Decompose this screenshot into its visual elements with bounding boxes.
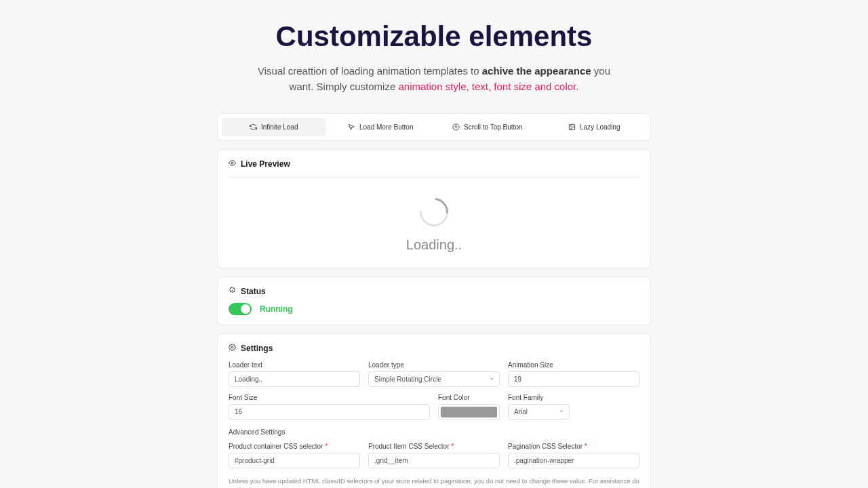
arrow-up-icon bbox=[452, 123, 460, 131]
font-color-picker[interactable] bbox=[438, 404, 500, 420]
animation-size-input[interactable] bbox=[508, 371, 639, 387]
tabs-bar: Infinite Load Load More Button Scroll to… bbox=[217, 113, 651, 141]
label: Loader type bbox=[368, 361, 500, 369]
panel-live-preview: Live Preview Loading.. bbox=[217, 149, 651, 268]
preview-area: Loading.. bbox=[229, 186, 639, 258]
tab-label: Load More Button bbox=[359, 123, 414, 131]
color-swatch bbox=[441, 407, 497, 418]
subtitle-accent: animation style, text, font size and col… bbox=[398, 81, 578, 92]
label: Product container CSS selector * bbox=[229, 443, 360, 450]
check-badge-icon bbox=[229, 287, 236, 296]
field-font-color: Font Color bbox=[438, 394, 500, 420]
refresh-icon bbox=[250, 123, 257, 131]
field-product-item-selector: Product Item CSS Selector * bbox=[368, 443, 500, 468]
tab-lazy-loading[interactable]: Lazy Loading bbox=[542, 118, 647, 136]
field-font-size: Font Size bbox=[229, 394, 430, 420]
panel-status: Status Running bbox=[217, 277, 651, 325]
tab-label: Scroll to Top Button bbox=[464, 123, 523, 131]
status-value: Running bbox=[260, 304, 293, 314]
preview-loading-text: Loading.. bbox=[406, 237, 462, 253]
section-title: Settings bbox=[241, 344, 273, 353]
tab-infinite-load[interactable]: Infinite Load bbox=[222, 118, 326, 136]
label: Font Size bbox=[229, 394, 430, 401]
label: Pagination CSS Selector * bbox=[508, 443, 639, 450]
label: Font Color bbox=[438, 394, 500, 401]
field-loader-type: Loader type bbox=[368, 361, 500, 387]
label: Product Item CSS Selector * bbox=[368, 443, 500, 450]
gear-icon bbox=[229, 344, 236, 353]
eye-icon bbox=[229, 159, 236, 169]
field-loader-text: Loader text bbox=[229, 361, 360, 387]
advanced-settings-title: Advanced Settings bbox=[229, 428, 639, 436]
page-title: Customizable elements bbox=[217, 20, 651, 53]
field-font-family: Font Family bbox=[508, 394, 570, 420]
page-subtitle: Visual creattion of loading animation te… bbox=[251, 64, 617, 94]
field-animation-size: Animation Size bbox=[508, 361, 639, 387]
tab-load-more[interactable]: Load More Button bbox=[329, 118, 433, 136]
field-pagination-selector: Pagination CSS Selector * bbox=[508, 443, 639, 468]
image-icon bbox=[568, 123, 576, 131]
svg-point-4 bbox=[231, 346, 233, 348]
section-title: Live Preview bbox=[241, 159, 290, 169]
section-title: Status bbox=[241, 287, 266, 296]
svg-point-2 bbox=[570, 125, 571, 126]
label: Loader text bbox=[229, 361, 360, 369]
field-product-container-selector: Product container CSS selector * bbox=[229, 443, 360, 468]
help-text: Unless you have updated HTML class/ID se… bbox=[229, 476, 639, 488]
product-item-input[interactable] bbox=[368, 453, 500, 468]
spinner-icon bbox=[414, 192, 454, 232]
tab-label: Infinite Load bbox=[261, 123, 298, 131]
panel-settings: Settings Loader text Loader type Animati… bbox=[217, 333, 651, 488]
tab-scroll-top[interactable]: Scroll to Top Button bbox=[435, 118, 540, 136]
label: Animation Size bbox=[508, 361, 639, 369]
subtitle-bold: achive the appearance bbox=[482, 65, 591, 77]
loader-type-select[interactable] bbox=[368, 371, 500, 387]
svg-point-3 bbox=[231, 162, 233, 164]
divider bbox=[229, 177, 639, 178]
status-toggle[interactable] bbox=[229, 303, 252, 315]
label: Font Family bbox=[508, 394, 570, 401]
font-size-input[interactable] bbox=[229, 404, 430, 420]
font-family-select[interactable] bbox=[508, 404, 570, 420]
cursor-icon bbox=[348, 123, 355, 131]
subtitle-lead: Visual creattion of loading animation te… bbox=[258, 65, 482, 77]
pagination-input[interactable] bbox=[508, 453, 639, 468]
tab-label: Lazy Loading bbox=[580, 123, 620, 131]
loader-text-input[interactable] bbox=[229, 371, 360, 387]
product-container-input[interactable] bbox=[229, 453, 360, 468]
